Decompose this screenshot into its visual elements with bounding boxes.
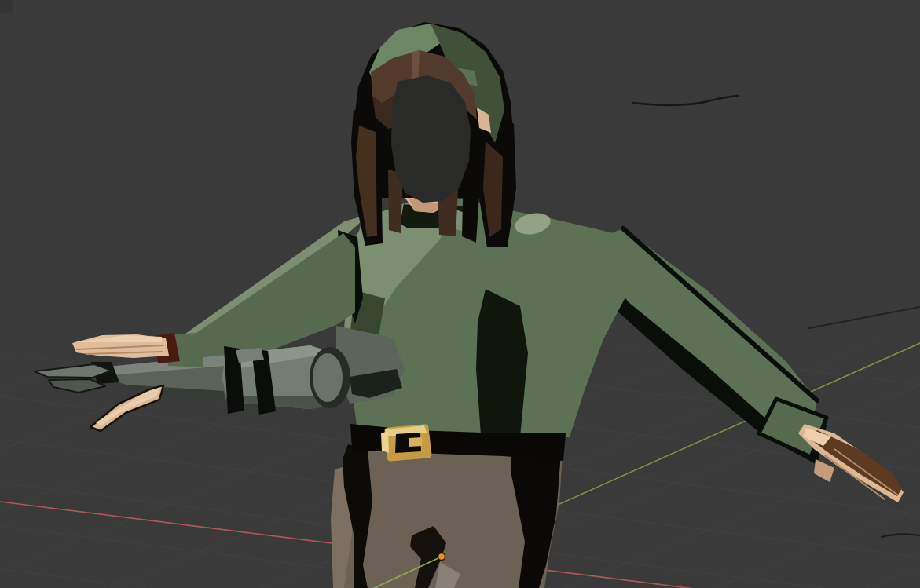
object-origin-dot[interactable]	[438, 553, 445, 561]
buckle-tab-gold	[409, 437, 422, 447]
floating-stroke-bottom-right	[882, 534, 920, 537]
left-fingers-top-light	[75, 335, 162, 342]
face	[391, 75, 471, 203]
viewport-canvas[interactable]	[0, 0, 920, 588]
character-model[interactable]	[35, 22, 904, 588]
crossbow-fork-upper	[35, 364, 112, 378]
floating-stroke-top-right	[632, 96, 739, 105]
right-thumb	[814, 459, 834, 482]
corner-artifact	[0, 0, 13, 13]
left-thumb-light	[96, 387, 161, 426]
floating-stroke-right-middle	[809, 307, 920, 328]
buckle-prong	[381, 431, 389, 453]
torso-dark-band	[476, 289, 528, 437]
3d-viewport[interactable]	[0, 0, 920, 588]
crossbow-endcap-face	[313, 353, 343, 402]
